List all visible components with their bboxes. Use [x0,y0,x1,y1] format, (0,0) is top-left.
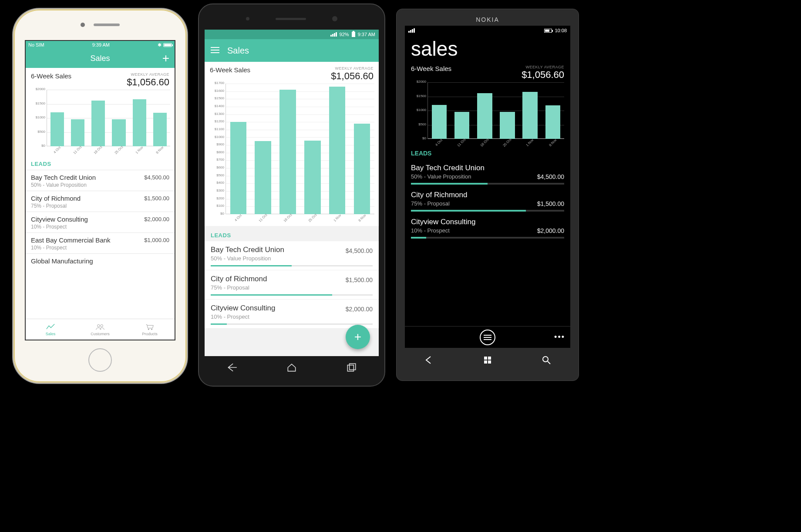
lead-progress [411,210,564,212]
chart-ytick: $500 [30,130,45,134]
chart-line-icon [46,323,55,331]
more-button[interactable]: ••• [554,333,565,342]
leads-header: LEADS [205,226,379,241]
chart-bar [354,124,370,214]
phone-speaker [276,18,306,20]
lead-name: Bay Tech Credit Union [411,164,564,172]
search-button[interactable] [541,355,552,367]
tab-products[interactable]: Products [125,319,175,340]
chart-bar [500,112,515,139]
weekly-average-value: $1,056.60 [127,77,169,88]
lead-amount: $2,000.00 [144,216,169,222]
menu-icon [484,334,491,340]
chart-ytick: $1600 [209,89,224,93]
lead-row[interactable]: City of Richmond$1,500.0075% - Proposal [26,191,175,212]
lead-row[interactable]: Global Manufacturing [26,253,175,267]
lead-row[interactable]: City of Richmond75% - Proposal$1,500.00 [205,270,379,300]
lead-amount: $2,000.00 [346,306,373,313]
lead-row[interactable]: Bay Tech Credit Union$4,500.0050% - Valu… [26,170,175,191]
status-time: 9:37 AM [358,32,375,37]
chart-ytick: $1500 [209,96,224,100]
chart-title: 6-Week Sales [411,65,451,72]
chart-header: 6-Week Sales WEEKLY AVERAGE $1,056.60 [26,68,175,90]
lead-row[interactable]: Cityview Consulting10% - Prospect$2,000.… [411,214,564,241]
lead-row[interactable]: Cityview Consulting10% - Prospect$2,000.… [205,300,379,329]
android-device-frame: 92% 9:37 AM Sales 6-Week Sales WEEKLY AV… [198,3,385,387]
battery-icon [163,43,172,47]
chart-bar [545,105,560,139]
lead-amount: $1,500.00 [346,276,373,283]
chart-ytick: $1400 [209,104,224,108]
chart-bar [522,92,537,139]
back-button[interactable] [424,355,434,367]
tab-sales[interactable]: Sales [26,319,75,340]
lead-progress [211,294,373,296]
sales-chart: $1700$1600$1500$1400$1300$1200$1100$1000… [205,84,379,222]
home-button[interactable] [286,362,297,375]
tab-label: Customers [91,332,110,336]
chart-bar [432,105,447,139]
weekly-average-value: $1,056.60 [331,71,374,82]
chart-header: 6-Week Sales WEEKLY AVERAGE $1,056.60 [411,65,564,82]
android-screen: 92% 9:37 AM Sales 6-Week Sales WEEKLY AV… [205,30,379,356]
android-app-bar: Sales [205,39,379,62]
svg-rect-8 [349,364,355,370]
signal-icon [330,32,337,37]
chart-bar [304,141,321,214]
lead-stage: 75% - Proposal [31,203,169,209]
lead-row[interactable]: Bay Tech Credit Union50% - Value Proposi… [205,241,379,270]
tab-label: Products [142,332,158,336]
lead-row[interactable]: City of Richmond75% - Proposal$1,500.00 [411,187,564,214]
windows-button[interactable] [482,355,493,367]
chart-ytick: $700 [209,158,224,162]
home-button[interactable] [88,348,112,372]
lead-name: East Bay Commercial Bank [31,236,111,244]
svg-line-17 [548,361,550,364]
lead-amount: $1,500.00 [537,200,564,207]
lead-row[interactable]: Bay Tech Credit Union50% - Value Proposi… [411,160,564,187]
chart-ytick: $500 [411,122,426,126]
chart-bar [133,99,146,146]
svg-rect-13 [488,357,491,360]
sales-chart: $2000$1500$1000$500$04 Oct11 Oct18 Oct25… [26,90,175,155]
weekly-average-value: $1,056.60 [522,69,564,81]
lead-stage: 10% - Prospect [211,313,373,320]
svg-rect-7 [347,365,353,371]
wp-status-bar: 10:08 [405,26,570,35]
weekly-average-label: WEEKLY AVERAGE [522,65,564,69]
lead-stage: 75% - Proposal [411,200,450,207]
fab-add-button[interactable]: + [346,325,370,349]
wp-screen: 10:08 sales 6-Week Sales WEEKLY AVERAGE … [405,26,570,348]
lead-progress [411,183,564,185]
page-title: sales [405,35,570,65]
menu-icon[interactable] [211,46,219,56]
status-time: 9:39 AM [92,42,110,47]
people-icon [95,323,105,331]
svg-rect-12 [484,357,487,360]
lead-name: City of Richmond [31,195,81,202]
tab-customers[interactable]: Customers [75,319,125,340]
lead-amount: $1,000.00 [144,237,169,243]
status-time: 10:08 [555,28,567,33]
chart-ytick: $1000 [411,108,426,112]
chart-ytick: $900 [209,142,224,146]
chart-ytick: $1500 [30,101,45,105]
chart-ytick: $1300 [209,112,224,116]
lead-amount: $2,000.00 [537,227,564,234]
weekly-average-label: WEEKLY AVERAGE [331,66,374,71]
lead-row[interactable]: Cityview Consulting$2,000.0010% - Prospe… [26,212,175,232]
menu-button[interactable] [480,330,495,345]
chart-ytick: $400 [209,181,224,185]
chart-ytick: $0 [30,144,45,148]
lead-row[interactable]: East Bay Commercial Bank$1,000.0010% - P… [26,232,175,253]
svg-rect-15 [488,360,491,364]
recents-button[interactable] [346,362,357,375]
chart-ytick: $0 [411,136,426,140]
sensor-dot [246,17,249,20]
chart-ytick: $1000 [209,135,224,139]
sales-chart: $2000$1500$1000$500$04 Oct11 Oct18 Oct25… [411,82,564,145]
signal-icon [408,28,415,33]
chart-bar [71,119,84,146]
back-button[interactable] [226,362,238,375]
add-button[interactable]: + [162,52,169,64]
